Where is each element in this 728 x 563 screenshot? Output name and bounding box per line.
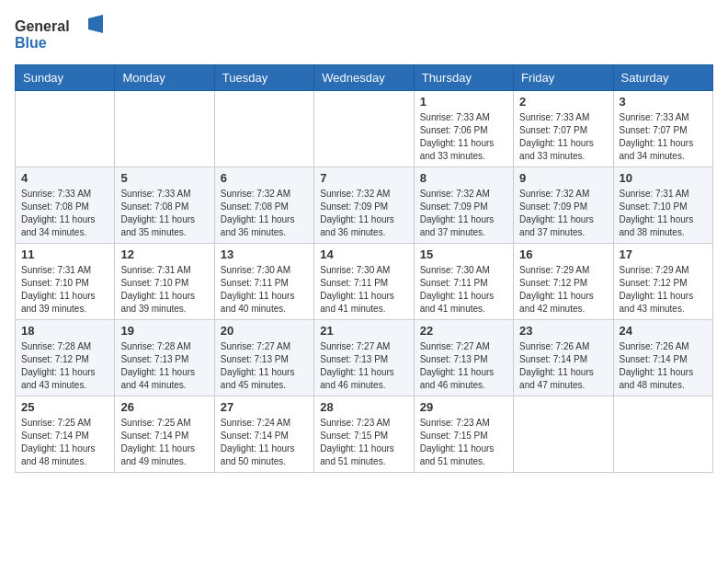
calendar-cell <box>314 91 414 167</box>
day-info: Sunrise: 7:28 AM Sunset: 7:12 PM Dayligh… <box>21 340 108 392</box>
weekday-header-thursday: Thursday <box>414 65 513 91</box>
day-info: Sunrise: 7:32 AM Sunset: 7:09 PM Dayligh… <box>420 188 507 239</box>
day-number: 19 <box>120 324 208 338</box>
day-number: 22 <box>420 324 507 338</box>
calendar-cell: 12Sunrise: 7:31 AM Sunset: 7:10 PM Dayli… <box>115 244 214 320</box>
calendar-cell: 29Sunrise: 7:23 AM Sunset: 7:15 PM Dayli… <box>414 396 513 473</box>
calendar-week-5: 25Sunrise: 7:25 AM Sunset: 7:14 PM Dayli… <box>16 396 713 473</box>
day-info: Sunrise: 7:30 AM Sunset: 7:11 PM Dayligh… <box>420 264 507 316</box>
day-info: Sunrise: 7:23 AM Sunset: 7:15 PM Dayligh… <box>420 417 507 468</box>
day-info: Sunrise: 7:33 AM Sunset: 7:07 PM Dayligh… <box>620 111 707 163</box>
day-info: Sunrise: 7:26 AM Sunset: 7:14 PM Dayligh… <box>620 340 707 392</box>
day-number: 24 <box>620 324 707 338</box>
calendar-cell: 18Sunrise: 7:28 AM Sunset: 7:12 PM Dayli… <box>16 320 115 396</box>
calendar-cell: 4Sunrise: 7:33 AM Sunset: 7:08 PM Daylig… <box>16 167 115 244</box>
day-number: 26 <box>120 400 208 414</box>
weekday-header-tuesday: Tuesday <box>214 65 313 91</box>
day-number: 3 <box>620 95 707 109</box>
calendar-cell: 28Sunrise: 7:23 AM Sunset: 7:15 PM Dayli… <box>314 396 414 473</box>
day-info: Sunrise: 7:30 AM Sunset: 7:11 PM Dayligh… <box>221 264 308 316</box>
header: GeneralBlue <box>15 15 713 53</box>
day-info: Sunrise: 7:25 AM Sunset: 7:14 PM Dayligh… <box>21 417 108 468</box>
day-info: Sunrise: 7:31 AM Sunset: 7:10 PM Dayligh… <box>21 264 108 316</box>
day-number: 4 <box>21 171 108 185</box>
day-number: 27 <box>221 400 308 414</box>
calendar-cell: 8Sunrise: 7:32 AM Sunset: 7:09 PM Daylig… <box>414 167 513 244</box>
calendar-week-3: 11Sunrise: 7:31 AM Sunset: 7:10 PM Dayli… <box>16 244 713 320</box>
weekday-header-wednesday: Wednesday <box>314 65 414 91</box>
calendar-cell: 5Sunrise: 7:33 AM Sunset: 7:08 PM Daylig… <box>115 167 214 244</box>
calendar-cell: 6Sunrise: 7:32 AM Sunset: 7:08 PM Daylig… <box>214 167 313 244</box>
day-info: Sunrise: 7:29 AM Sunset: 7:12 PM Dayligh… <box>519 264 607 316</box>
day-number: 21 <box>320 324 407 338</box>
calendar-cell <box>115 91 214 167</box>
day-number: 1 <box>420 95 507 109</box>
day-number: 11 <box>21 247 108 261</box>
day-info: Sunrise: 7:27 AM Sunset: 7:13 PM Dayligh… <box>221 340 308 392</box>
day-info: Sunrise: 7:33 AM Sunset: 7:08 PM Dayligh… <box>21 188 108 239</box>
weekday-header-row: SundayMondayTuesdayWednesdayThursdayFrid… <box>16 65 713 91</box>
day-number: 2 <box>519 95 607 109</box>
calendar-cell: 23Sunrise: 7:26 AM Sunset: 7:14 PM Dayli… <box>514 320 613 396</box>
day-number: 12 <box>120 247 208 261</box>
svg-text:Blue: Blue <box>15 35 47 51</box>
day-info: Sunrise: 7:33 AM Sunset: 7:07 PM Dayligh… <box>519 111 607 163</box>
day-number: 13 <box>221 247 308 261</box>
day-number: 18 <box>21 324 108 338</box>
day-number: 29 <box>420 400 507 414</box>
day-info: Sunrise: 7:30 AM Sunset: 7:11 PM Dayligh… <box>320 264 407 316</box>
calendar-cell: 27Sunrise: 7:24 AM Sunset: 7:14 PM Dayli… <box>214 396 313 473</box>
day-info: Sunrise: 7:25 AM Sunset: 7:14 PM Dayligh… <box>120 417 208 468</box>
weekday-header-friday: Friday <box>514 65 613 91</box>
calendar-week-2: 4Sunrise: 7:33 AM Sunset: 7:08 PM Daylig… <box>16 167 713 244</box>
calendar-cell: 3Sunrise: 7:33 AM Sunset: 7:07 PM Daylig… <box>613 91 712 167</box>
calendar-cell: 7Sunrise: 7:32 AM Sunset: 7:09 PM Daylig… <box>314 167 414 244</box>
day-number: 9 <box>519 171 607 185</box>
calendar-cell: 13Sunrise: 7:30 AM Sunset: 7:11 PM Dayli… <box>214 244 313 320</box>
day-info: Sunrise: 7:23 AM Sunset: 7:15 PM Dayligh… <box>320 417 407 468</box>
day-info: Sunrise: 7:29 AM Sunset: 7:12 PM Dayligh… <box>620 264 707 316</box>
calendar-cell: 15Sunrise: 7:30 AM Sunset: 7:11 PM Dayli… <box>414 244 513 320</box>
day-number: 15 <box>420 247 507 261</box>
calendar-cell: 26Sunrise: 7:25 AM Sunset: 7:14 PM Dayli… <box>115 396 214 473</box>
day-number: 25 <box>21 400 108 414</box>
day-number: 7 <box>320 171 407 185</box>
day-number: 16 <box>519 247 607 261</box>
calendar-cell: 10Sunrise: 7:31 AM Sunset: 7:10 PM Dayli… <box>613 167 712 244</box>
calendar-cell: 11Sunrise: 7:31 AM Sunset: 7:10 PM Dayli… <box>16 244 115 320</box>
weekday-header-monday: Monday <box>115 65 214 91</box>
svg-text:General: General <box>15 18 70 34</box>
day-number: 23 <box>519 324 607 338</box>
day-number: 20 <box>221 324 308 338</box>
day-info: Sunrise: 7:32 AM Sunset: 7:09 PM Dayligh… <box>320 188 407 239</box>
calendar-cell: 2Sunrise: 7:33 AM Sunset: 7:07 PM Daylig… <box>514 91 613 167</box>
day-number: 6 <box>221 171 308 185</box>
calendar-cell: 1Sunrise: 7:33 AM Sunset: 7:06 PM Daylig… <box>414 91 513 167</box>
calendar-cell: 14Sunrise: 7:30 AM Sunset: 7:11 PM Dayli… <box>314 244 414 320</box>
calendar-cell <box>613 396 712 473</box>
day-number: 5 <box>120 171 208 185</box>
calendar-cell: 20Sunrise: 7:27 AM Sunset: 7:13 PM Dayli… <box>214 320 313 396</box>
calendar-week-4: 18Sunrise: 7:28 AM Sunset: 7:12 PM Dayli… <box>16 320 713 396</box>
day-info: Sunrise: 7:27 AM Sunset: 7:13 PM Dayligh… <box>420 340 507 392</box>
day-info: Sunrise: 7:26 AM Sunset: 7:14 PM Dayligh… <box>519 340 607 392</box>
logo: GeneralBlue <box>15 15 107 53</box>
calendar-cell: 17Sunrise: 7:29 AM Sunset: 7:12 PM Dayli… <box>613 244 712 320</box>
calendar-cell: 21Sunrise: 7:27 AM Sunset: 7:13 PM Dayli… <box>314 320 414 396</box>
calendar-cell: 22Sunrise: 7:27 AM Sunset: 7:13 PM Dayli… <box>414 320 513 396</box>
day-info: Sunrise: 7:32 AM Sunset: 7:09 PM Dayligh… <box>519 188 607 239</box>
weekday-header-saturday: Saturday <box>613 65 712 91</box>
day-number: 17 <box>620 247 707 261</box>
calendar-table: SundayMondayTuesdayWednesdayThursdayFrid… <box>15 64 713 473</box>
day-info: Sunrise: 7:31 AM Sunset: 7:10 PM Dayligh… <box>620 188 707 239</box>
day-info: Sunrise: 7:27 AM Sunset: 7:13 PM Dayligh… <box>320 340 407 392</box>
calendar-cell <box>16 91 115 167</box>
day-number: 14 <box>320 247 407 261</box>
calendar-cell <box>214 91 313 167</box>
svg-marker-2 <box>88 15 103 33</box>
day-info: Sunrise: 7:28 AM Sunset: 7:13 PM Dayligh… <box>120 340 208 392</box>
day-info: Sunrise: 7:32 AM Sunset: 7:08 PM Dayligh… <box>221 188 308 239</box>
calendar-cell: 24Sunrise: 7:26 AM Sunset: 7:14 PM Dayli… <box>613 320 712 396</box>
calendar-cell: 16Sunrise: 7:29 AM Sunset: 7:12 PM Dayli… <box>514 244 613 320</box>
day-number: 28 <box>320 400 407 414</box>
